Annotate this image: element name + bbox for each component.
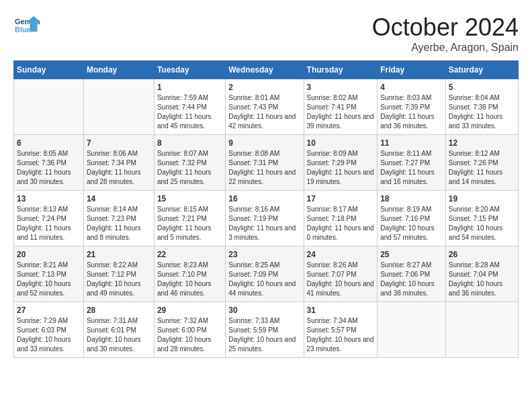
calendar-header-row: SundayMondayTuesdayWednesdayThursdayFrid…: [14, 61, 519, 79]
day-info: Sunrise: 8:26 AMSunset: 7:07 PMDaylight:…: [307, 261, 375, 298]
calendar-cell: [378, 302, 446, 358]
weekday-header: Friday: [378, 61, 446, 79]
day-info: Sunrise: 8:09 AMSunset: 7:29 PMDaylight:…: [307, 149, 375, 187]
calendar-cell: 29 Sunrise: 7:32 AMSunset: 6:00 PMDaylig…: [154, 302, 225, 358]
calendar-cell: 3 Sunrise: 8:02 AMSunset: 7:41 PMDayligh…: [304, 79, 378, 135]
day-info: Sunrise: 8:14 AMSunset: 7:23 PMDaylight:…: [87, 205, 151, 242]
calendar-cell: 2 Sunrise: 8:01 AMSunset: 7:43 PMDayligh…: [226, 79, 304, 135]
day-number: 29: [157, 306, 222, 315]
day-number: 26: [449, 250, 515, 259]
day-number: 15: [157, 194, 222, 203]
weekday-header: Monday: [83, 61, 154, 79]
calendar-cell: 4 Sunrise: 8:03 AMSunset: 7:39 PMDayligh…: [378, 79, 446, 135]
day-number: 25: [380, 250, 443, 259]
calendar-body: 1 Sunrise: 7:59 AMSunset: 7:44 PMDayligh…: [14, 79, 519, 358]
day-info: Sunrise: 8:01 AMSunset: 7:43 PMDaylight:…: [228, 93, 300, 131]
calendar-cell: 23 Sunrise: 8:25 AMSunset: 7:09 PMDaylig…: [226, 246, 304, 302]
day-info: Sunrise: 7:33 AMSunset: 5:59 PMDaylight:…: [228, 316, 300, 354]
day-number: 8: [157, 138, 222, 148]
calendar-cell: 25 Sunrise: 8:27 AMSunset: 7:06 PMDaylig…: [378, 246, 446, 302]
calendar-cell: 19 Sunrise: 8:20 AMSunset: 7:15 PMDaylig…: [445, 191, 518, 246]
day-number: 31: [307, 306, 375, 315]
page-header: General Blue October 2024 Ayerbe, Aragon…: [13, 13, 519, 54]
day-info: Sunrise: 8:07 AMSunset: 7:32 PMDaylight:…: [157, 149, 222, 187]
location-title: Ayerbe, Aragon, Spain: [372, 42, 519, 54]
day-info: Sunrise: 7:59 AMSunset: 7:44 PMDaylight:…: [157, 93, 222, 131]
day-info: Sunrise: 8:08 AMSunset: 7:31 PMDaylight:…: [228, 149, 300, 187]
calendar-cell: 15 Sunrise: 8:15 AMSunset: 7:21 PMDaylig…: [154, 191, 225, 246]
day-info: Sunrise: 8:23 AMSunset: 7:10 PMDaylight:…: [157, 261, 222, 298]
day-number: 19: [449, 194, 515, 203]
day-number: 16: [228, 194, 300, 203]
calendar-cell: 28 Sunrise: 7:31 AMSunset: 6:01 PMDaylig…: [83, 302, 154, 358]
day-number: 2: [228, 83, 300, 92]
calendar-cell: 31 Sunrise: 7:34 AMSunset: 5:57 PMDaylig…: [304, 302, 378, 358]
day-info: Sunrise: 8:06 AMSunset: 7:34 PMDaylight:…: [87, 149, 151, 187]
day-number: 3: [307, 83, 375, 92]
day-info: Sunrise: 8:15 AMSunset: 7:21 PMDaylight:…: [157, 205, 222, 242]
title-area: October 2024 Ayerbe, Aragon, Spain: [372, 13, 519, 54]
day-info: Sunrise: 8:22 AMSunset: 7:12 PMDaylight:…: [87, 261, 151, 298]
calendar-cell: 27 Sunrise: 7:29 AMSunset: 6:03 PMDaylig…: [14, 302, 84, 358]
day-number: 5: [449, 83, 515, 92]
day-number: 30: [228, 306, 300, 315]
calendar-week-row: 6 Sunrise: 8:05 AMSunset: 7:36 PMDayligh…: [14, 135, 519, 191]
day-info: Sunrise: 8:27 AMSunset: 7:06 PMDaylight:…: [380, 261, 443, 298]
day-number: 22: [157, 250, 222, 259]
calendar-week-row: 13 Sunrise: 8:13 AMSunset: 7:24 PMDaylig…: [14, 191, 519, 246]
day-info: Sunrise: 7:31 AMSunset: 6:01 PMDaylight:…: [87, 316, 151, 354]
calendar-cell: 12 Sunrise: 8:12 AMSunset: 7:26 PMDaylig…: [445, 135, 518, 191]
svg-text:Blue: Blue: [15, 26, 31, 34]
day-number: 23: [228, 250, 300, 259]
calendar-cell: [445, 302, 518, 358]
calendar-cell: 30 Sunrise: 7:33 AMSunset: 5:59 PMDaylig…: [226, 302, 304, 358]
calendar-cell: 20 Sunrise: 8:21 AMSunset: 7:13 PMDaylig…: [14, 246, 84, 302]
weekday-header: Sunday: [14, 61, 84, 79]
calendar-cell: 8 Sunrise: 8:07 AMSunset: 7:32 PMDayligh…: [154, 135, 225, 191]
calendar-cell: [83, 79, 154, 135]
day-number: 24: [307, 250, 375, 259]
calendar-cell: 11 Sunrise: 8:11 AMSunset: 7:27 PMDaylig…: [378, 135, 446, 191]
weekday-header: Thursday: [304, 61, 378, 79]
calendar-cell: 21 Sunrise: 8:22 AMSunset: 7:12 PMDaylig…: [83, 246, 154, 302]
day-number: 11: [380, 138, 443, 148]
calendar-cell: 6 Sunrise: 8:05 AMSunset: 7:36 PMDayligh…: [14, 135, 84, 191]
day-number: 1: [157, 83, 222, 92]
day-info: Sunrise: 8:16 AMSunset: 7:19 PMDaylight:…: [228, 205, 300, 242]
calendar-cell: 18 Sunrise: 8:19 AMSunset: 7:16 PMDaylig…: [378, 191, 446, 246]
day-number: 21: [87, 250, 151, 259]
logo: General Blue: [13, 13, 43, 37]
day-number: 9: [228, 138, 300, 148]
day-number: 28: [87, 306, 151, 315]
calendar-cell: 1 Sunrise: 7:59 AMSunset: 7:44 PMDayligh…: [154, 79, 225, 135]
calendar-cell: 13 Sunrise: 8:13 AMSunset: 7:24 PMDaylig…: [14, 191, 84, 246]
day-info: Sunrise: 8:05 AMSunset: 7:36 PMDaylight:…: [17, 149, 81, 187]
day-number: 18: [380, 194, 443, 203]
day-info: Sunrise: 8:03 AMSunset: 7:39 PMDaylight:…: [380, 93, 443, 131]
calendar-week-row: 20 Sunrise: 8:21 AMSunset: 7:13 PMDaylig…: [14, 246, 519, 302]
calendar-cell: 17 Sunrise: 8:17 AMSunset: 7:18 PMDaylig…: [304, 191, 378, 246]
day-number: 6: [17, 138, 81, 148]
day-number: 20: [17, 250, 81, 259]
day-info: Sunrise: 8:12 AMSunset: 7:26 PMDaylight:…: [449, 149, 515, 187]
day-number: 4: [380, 83, 443, 92]
day-info: Sunrise: 8:02 AMSunset: 7:41 PMDaylight:…: [307, 93, 375, 131]
day-info: Sunrise: 8:19 AMSunset: 7:16 PMDaylight:…: [380, 205, 443, 242]
calendar-cell: 10 Sunrise: 8:09 AMSunset: 7:29 PMDaylig…: [304, 135, 378, 191]
calendar-cell: 5 Sunrise: 8:04 AMSunset: 7:38 PMDayligh…: [445, 79, 518, 135]
day-number: 13: [17, 194, 81, 203]
weekday-header: Tuesday: [154, 61, 225, 79]
day-number: 7: [87, 138, 151, 148]
day-info: Sunrise: 8:25 AMSunset: 7:09 PMDaylight:…: [228, 261, 300, 298]
calendar-cell: 16 Sunrise: 8:16 AMSunset: 7:19 PMDaylig…: [226, 191, 304, 246]
day-info: Sunrise: 8:21 AMSunset: 7:13 PMDaylight:…: [17, 261, 81, 298]
calendar-cell: 24 Sunrise: 8:26 AMSunset: 7:07 PMDaylig…: [304, 246, 378, 302]
calendar-cell: 9 Sunrise: 8:08 AMSunset: 7:31 PMDayligh…: [226, 135, 304, 191]
day-number: 12: [449, 138, 515, 148]
day-info: Sunrise: 8:04 AMSunset: 7:38 PMDaylight:…: [449, 93, 515, 131]
weekday-header: Saturday: [445, 61, 518, 79]
calendar-cell: 26 Sunrise: 8:28 AMSunset: 7:04 PMDaylig…: [445, 246, 518, 302]
day-number: 17: [307, 194, 375, 203]
calendar-cell: [14, 79, 84, 135]
calendar-cell: 22 Sunrise: 8:23 AMSunset: 7:10 PMDaylig…: [154, 246, 225, 302]
